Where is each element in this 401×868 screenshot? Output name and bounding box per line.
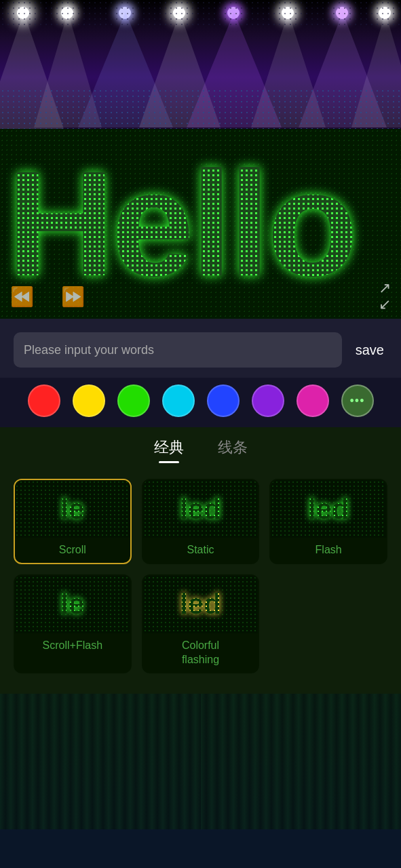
- forward-button[interactable]: ⏩: [61, 285, 85, 308]
- tabs-row: 经典 线条: [154, 437, 248, 463]
- anim-preview-scroll-flash-text: le: [60, 588, 84, 620]
- curtain-area: [0, 694, 401, 829]
- anim-card-colorful-label: Colorfulflashing: [143, 633, 259, 673]
- anim-preview-static-text: led: [180, 493, 221, 526]
- anim-card-colorful[interactable]: led Colorfulflashing: [142, 574, 260, 674]
- anim-card-scroll-label: Scroll: [15, 538, 130, 563]
- dot-grid-top: [0, 0, 401, 27]
- tabs-area: 经典 线条: [0, 427, 401, 469]
- tab-classic[interactable]: 经典: [154, 437, 184, 463]
- color-magenta[interactable]: [297, 384, 329, 417]
- anim-card-static-label: Static: [143, 538, 259, 563]
- anim-card-scroll-preview: le: [15, 480, 130, 538]
- anim-card-scroll-flash-label: Scroll+Flash: [15, 633, 130, 658]
- input-area: save: [0, 319, 401, 378]
- stage-header: [0, 0, 401, 129]
- dot-grid-bottom: [0, 88, 401, 129]
- anim-card-flash-preview: led: [271, 480, 386, 538]
- animation-cards-grid: le Scroll led Static led Flash le Scroll…: [0, 469, 401, 694]
- anim-card-flash-label: Flash: [271, 538, 386, 563]
- color-blue[interactable]: [207, 384, 240, 417]
- anim-card-scroll-flash-preview: le: [15, 576, 130, 633]
- anim-card-scroll-flash[interactable]: le Scroll+Flash: [14, 574, 132, 674]
- tab-underline: [159, 461, 179, 463]
- color-red[interactable]: [28, 384, 60, 417]
- anim-card-flash[interactable]: led Flash: [269, 479, 387, 564]
- expand-button[interactable]: ↗︎: [379, 281, 391, 296]
- anim-preview-flash-text: led: [308, 493, 349, 526]
- led-display: Hello ⏪ ⏩ ↗︎ ↙︎: [0, 129, 401, 319]
- tab-line[interactable]: 线条: [218, 437, 248, 463]
- stage-lights: [0, 0, 401, 129]
- anim-card-colorful-preview: led: [143, 576, 259, 633]
- more-dots-icon: •••: [350, 394, 365, 408]
- save-button[interactable]: save: [352, 342, 387, 358]
- color-cyan[interactable]: [162, 384, 195, 417]
- rewind-button[interactable]: ⏪: [10, 285, 34, 308]
- anim-card-static-preview: led: [143, 480, 259, 538]
- color-more-button[interactable]: •••: [341, 384, 374, 417]
- color-row: •••: [0, 378, 401, 427]
- text-input[interactable]: [14, 332, 342, 368]
- color-purple[interactable]: [252, 384, 284, 417]
- led-display-text: Hello: [7, 149, 355, 298]
- anim-card-scroll[interactable]: le Scroll: [14, 479, 132, 564]
- curtain-right: [201, 694, 402, 829]
- curtain-left: [0, 694, 201, 829]
- anim-preview-scroll-text: le: [60, 493, 84, 526]
- led-controls: ⏪ ⏩ ↗︎ ↙︎: [0, 281, 401, 312]
- color-yellow[interactable]: [73, 384, 105, 417]
- anim-card-static[interactable]: led Static: [142, 479, 260, 564]
- expand-button-2[interactable]: ↙︎: [379, 297, 391, 312]
- color-green[interactable]: [117, 384, 150, 417]
- anim-preview-colorful-text: led: [180, 588, 221, 620]
